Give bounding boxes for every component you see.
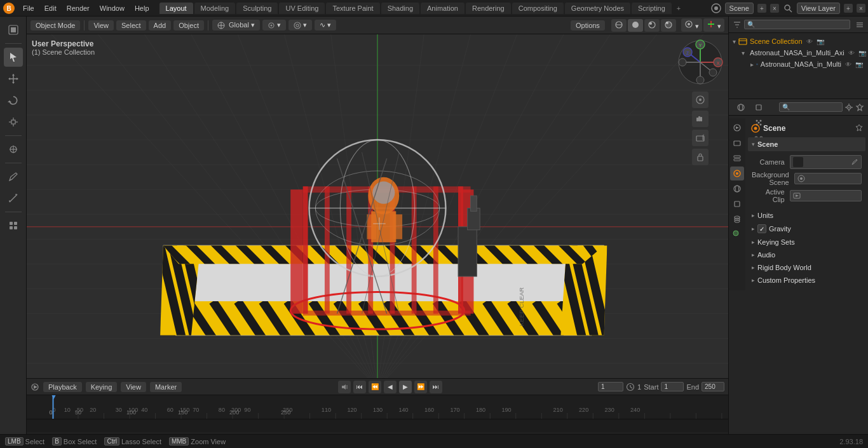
snap-toggle[interactable]: ▾ — [262, 20, 286, 31]
audio-toggle[interactable] — [338, 381, 351, 393]
transform-space[interactable]: Global ▾ — [212, 20, 260, 31]
scene-new-icon[interactable]: + — [757, 4, 766, 13]
prop-object-tab[interactable] — [730, 197, 744, 211]
jump-to-start-btn[interactable]: ⏮ — [353, 381, 366, 393]
viewport-canvas[interactable]: KEEP CLEAR Y X — [27, 34, 728, 378]
gravity-checkbox[interactable]: ✓ — [757, 224, 766, 233]
cursor-tool[interactable] — [4, 48, 23, 67]
outliner-search[interactable] — [744, 20, 850, 29]
prop-render-tab[interactable] — [730, 121, 744, 135]
step-back-btn[interactable]: ⏪ — [369, 381, 381, 393]
step-forward-btn[interactable]: ⏩ — [414, 381, 427, 393]
tab-compositing[interactable]: Compositing — [512, 3, 564, 14]
keying-sets-subsection[interactable]: ▸ Keying Sets — [748, 237, 865, 247]
keying-btn[interactable]: Keying — [86, 382, 118, 392]
solid-shading[interactable] — [628, 19, 643, 32]
scene-selector[interactable]: Scene — [725, 3, 754, 14]
hand-icon[interactable] — [692, 111, 709, 127]
view-btn[interactable]: View — [121, 382, 146, 392]
tab-uv-editing[interactable]: UV Editing — [279, 3, 325, 14]
tab-geometry-nodes[interactable]: Geometry Nodes — [565, 3, 630, 14]
audio-subsection[interactable]: ▸ Audio — [748, 250, 865, 260]
mode-select-icon[interactable] — [4, 20, 23, 39]
prop-data-tab[interactable] — [730, 212, 744, 226]
outliner-item-astronaut-armature[interactable]: ▾ Astronaut_NASA_in_Multi_Axi 👁 📷 — [729, 47, 868, 58]
units-subsection[interactable]: ▸ Units — [748, 210, 865, 221]
tab-modeling[interactable]: Modeling — [194, 3, 236, 14]
jump-to-end-btn[interactable]: ⏭ — [430, 381, 442, 393]
prop-material-tab[interactable] — [730, 227, 744, 241]
filter-icon[interactable] — [733, 20, 742, 29]
add-tool[interactable] — [4, 216, 23, 235]
tab-rendering[interactable]: Rendering — [466, 3, 511, 14]
prop-output-tab[interactable] — [730, 136, 744, 150]
material-shading[interactable] — [644, 19, 660, 32]
tab-sculpting[interactable]: Sculpting — [236, 3, 278, 14]
playback-btn[interactable]: Playback — [43, 382, 82, 392]
custom-props-subsection[interactable]: ▸ Custom Properties — [748, 275, 865, 285]
graph-btn[interactable]: ∿ ▾ — [315, 20, 336, 31]
properties-pin-btn[interactable] — [855, 124, 863, 133]
annotate-tool[interactable] — [4, 167, 23, 186]
marker-btn[interactable]: Marker — [150, 382, 182, 392]
scene-section-header[interactable]: ▾ Scene — [748, 137, 865, 151]
object-menu[interactable]: Object — [173, 20, 204, 31]
wireframe-shading[interactable] — [611, 19, 627, 32]
add-workspace-button[interactable]: + — [673, 3, 684, 13]
proportional-edit[interactable]: ▾ — [288, 20, 312, 31]
menu-render[interactable]: Render — [62, 3, 95, 13]
menu-edit[interactable]: Edit — [39, 3, 62, 13]
outliner-item-astronaut-mesh[interactable]: ▸ Astronaut_NASA_in_Multi 👁 📷 — [729, 58, 868, 70]
rigid-body-subsection[interactable]: ▸ Rigid Body World — [748, 262, 865, 273]
menu-file[interactable]: File — [18, 3, 39, 13]
tab-layout[interactable]: Layout — [159, 3, 193, 14]
measure-tool[interactable] — [4, 189, 23, 208]
options-btn[interactable]: Options — [571, 20, 605, 31]
transform-tool[interactable] — [4, 140, 23, 159]
prop-world-tab[interactable] — [730, 182, 744, 196]
pin-icon[interactable] — [855, 103, 864, 112]
tab-animation[interactable]: Animation — [421, 3, 465, 14]
scene-collection-render[interactable]: 📷 — [815, 38, 825, 45]
view-menu[interactable]: View — [88, 20, 114, 31]
menu-help[interactable]: Help — [130, 3, 154, 13]
move-tool[interactable] — [4, 69, 23, 88]
view-layer-new-icon[interactable]: + — [844, 4, 853, 13]
camera-3d-icon[interactable] — [692, 130, 709, 146]
active-clip-value[interactable] — [790, 190, 862, 201]
scene-collection-visibility[interactable]: 👁 — [805, 38, 814, 45]
mesh-render[interactable]: 📷 — [854, 61, 864, 68]
select-menu[interactable]: Select — [116, 20, 146, 31]
play-back-btn[interactable]: ◀ — [384, 381, 397, 393]
add-menu[interactable]: Add — [149, 20, 172, 31]
end-frame-input[interactable] — [702, 382, 724, 391]
menu-window[interactable]: Window — [95, 3, 130, 13]
tab-shading[interactable]: Shading — [381, 3, 419, 14]
tab-scripting[interactable]: Scripting — [632, 3, 672, 14]
prop-view-layer-tab[interactable] — [730, 151, 744, 165]
overlay-toggle[interactable]: ▾ — [681, 18, 702, 32]
armature-visibility[interactable]: 👁 — [847, 50, 856, 57]
camera-value[interactable] — [790, 155, 862, 169]
view-layer-selector[interactable]: View Layer — [797, 3, 840, 14]
lock-icon[interactable] — [692, 149, 709, 165]
gizmo-toggle[interactable]: ▾ — [703, 18, 724, 32]
mesh-visibility[interactable]: 👁 — [844, 61, 853, 68]
current-frame-input[interactable] — [598, 382, 623, 391]
start-frame-input[interactable] — [661, 382, 684, 391]
view-layer-remove-icon[interactable]: × — [857, 4, 865, 13]
tab-texture-paint[interactable]: Texture Paint — [326, 3, 379, 14]
scene-remove-icon[interactable]: × — [770, 4, 779, 13]
rendered-shading[interactable] — [661, 19, 676, 32]
cursor-3d-icon[interactable] — [692, 92, 709, 108]
prop-tab-object[interactable] — [750, 100, 767, 114]
camera-edit-icon[interactable] — [851, 158, 858, 166]
outliner-scene-collection[interactable]: ▾ Scene Collection 👁 📷 — [729, 36, 868, 47]
armature-render[interactable]: 📷 — [857, 50, 867, 57]
prop-tab-world[interactable] — [733, 100, 749, 114]
outliner-settings-icon[interactable] — [855, 20, 864, 29]
navigation-gizmo[interactable]: Y X Z — [677, 39, 723, 85]
rotate-tool[interactable] — [4, 91, 23, 110]
mode-dropdown[interactable]: Object Mode — [31, 20, 80, 31]
search-icon[interactable] — [783, 3, 793, 13]
